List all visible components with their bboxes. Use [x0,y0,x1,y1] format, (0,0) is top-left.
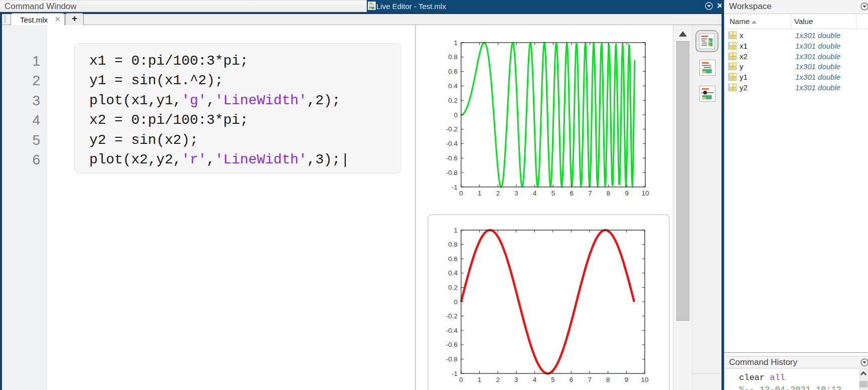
svg-text:8: 8 [606,376,610,383]
svg-text:-0.8: -0.8 [446,355,458,363]
svg-text:-0.4: -0.4 [446,140,458,147]
svg-text:10: 10 [641,189,649,197]
svg-text:1: 1 [478,376,482,383]
svg-text:1: 1 [454,227,458,234]
svg-text:0.4: 0.4 [448,269,458,277]
svg-text:0.8: 0.8 [448,241,458,248]
svg-text:9: 9 [625,189,629,197]
svg-text:3: 3 [514,376,518,383]
svg-text:-0.6: -0.6 [446,341,458,348]
svg-text:0: 0 [454,111,458,119]
svg-text:-1: -1 [452,370,458,377]
svg-text:8: 8 [607,189,611,197]
svg-text:4: 4 [533,376,537,383]
svg-text:-0.4: -0.4 [446,327,458,334]
svg-text:0.4: 0.4 [448,82,458,90]
svg-text:0: 0 [459,189,463,197]
svg-text:0: 0 [454,298,458,306]
svg-text:0: 0 [459,376,463,383]
svg-text:0.8: 0.8 [448,53,458,61]
svg-text:2: 2 [496,376,500,383]
svg-text:5: 5 [551,189,555,197]
svg-text:7: 7 [588,189,592,197]
svg-text:0.2: 0.2 [448,284,458,291]
svg-text:4: 4 [533,189,537,197]
svg-text:0.6: 0.6 [448,68,458,75]
svg-text:9: 9 [625,376,629,383]
svg-text:-0.6: -0.6 [446,154,458,162]
svg-text:-0.2: -0.2 [446,125,458,133]
svg-text:3: 3 [514,189,518,197]
svg-text:5: 5 [551,376,555,383]
svg-text:6: 6 [569,376,573,383]
svg-text:2: 2 [496,189,500,197]
svg-text:7: 7 [588,376,592,383]
svg-text:-1: -1 [452,183,458,191]
svg-text:-0.2: -0.2 [446,312,458,320]
svg-text:10: 10 [641,376,648,383]
svg-text:0.6: 0.6 [448,255,458,263]
svg-text:-0.8: -0.8 [446,169,458,176]
svg-text:1: 1 [454,39,458,47]
svg-text:0.2: 0.2 [448,97,458,104]
svg-text:1: 1 [478,189,482,197]
svg-text:6: 6 [569,189,573,197]
